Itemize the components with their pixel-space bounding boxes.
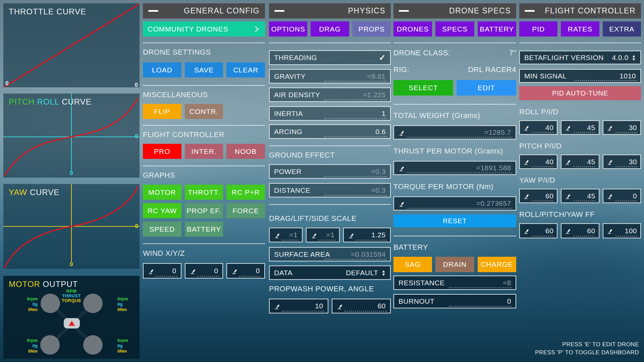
wind-x-input[interactable]: 0 — [143, 263, 181, 279]
fc-inter-button[interactable]: INTER. — [185, 144, 223, 159]
graph-prop-ef-button[interactable]: PROP EF. — [185, 203, 223, 218]
roll-ff-input[interactable]: 60 — [519, 223, 557, 238]
battery-label: BATTERY — [393, 243, 516, 252]
torque-per-motor-label: TORQUE PER MOTOR (Nm) — [393, 182, 516, 191]
tab-rates[interactable]: RATES — [561, 21, 599, 37]
check-icon — [379, 53, 386, 62]
betaflight-version-select[interactable]: BETAFLIGHT VERSION 4.0.0 — [519, 51, 641, 64]
ground-effect-distance-field[interactable]: DISTANCE =0.3 — [269, 183, 391, 197]
threading-toggle[interactable]: THREADING — [269, 50, 391, 65]
save-button[interactable]: SAVE — [185, 62, 223, 77]
charge-button[interactable]: CHARGE — [478, 257, 516, 272]
collapse-icon[interactable] — [525, 10, 535, 12]
pitch-ff-input[interactable]: 60 — [561, 223, 599, 238]
burnout-field[interactable]: BURNOUT 0 — [393, 294, 516, 308]
graphs-label: GRAPHS — [143, 171, 265, 180]
pitch-i-input[interactable]: 45 — [561, 155, 599, 169]
min-signal-field[interactable]: MIN SIGNAL 1010 — [519, 69, 641, 83]
yaw-curve-panel: YAW CURVE 0 0 — [3, 184, 140, 269]
graph-rc-yaw-button[interactable]: RC YAW — [143, 203, 181, 218]
stepper-icon[interactable] — [632, 54, 636, 61]
divider — [143, 43, 265, 43]
fc-pro-button[interactable]: PRO — [143, 144, 181, 159]
gravity-field[interactable]: GRAVITY =9.81 — [269, 69, 391, 83]
roll-i-input[interactable]: 45 — [561, 120, 599, 135]
pencil-icon — [523, 193, 530, 199]
ground-effect-power-field[interactable]: POWER =0.3 — [269, 164, 391, 179]
yaw-d-input[interactable]: 0 — [603, 189, 641, 203]
motor-rear-right — [83, 335, 103, 355]
pid-autotune-button[interactable]: PID AUTO-TUNE — [519, 86, 641, 100]
pencil-icon — [523, 228, 530, 234]
drain-button[interactable]: DRAIN — [435, 257, 474, 272]
tab-battery[interactable]: BATTERY — [478, 21, 516, 37]
propwash-angle-input[interactable]: 60 — [332, 299, 391, 313]
roll-pid-label: ROLL P/I/D — [519, 108, 641, 116]
fc-noob-button[interactable]: NOOB — [226, 144, 265, 159]
motor-output-title: MOTOR OUTPUT — [9, 280, 78, 289]
roll-d-input[interactable]: 30 — [603, 120, 641, 135]
data-select[interactable]: DATA DEFAULT — [269, 265, 391, 280]
reset-button[interactable]: RESET — [393, 215, 516, 227]
divider — [393, 43, 516, 43]
graph-motor-button[interactable]: MOTOR — [143, 185, 181, 200]
collapse-icon[interactable] — [274, 10, 284, 12]
tab-drag[interactable]: DRAG — [311, 21, 349, 37]
graph-force-button[interactable]: FORCE — [226, 203, 265, 218]
divider — [143, 166, 265, 166]
pencil-icon — [523, 159, 530, 165]
motor-readout: 0rpm 0g 0Nm — [117, 296, 128, 312]
pencil-icon — [311, 232, 317, 238]
pitch-d-input[interactable]: 30 — [603, 155, 641, 169]
graph-speed-button[interactable]: SPEED — [143, 222, 181, 237]
inertia-field[interactable]: INERTIA 1 — [269, 106, 391, 121]
yaw-p-input[interactable]: 60 — [519, 189, 557, 203]
tab-options[interactable]: OPTIONS — [269, 21, 307, 37]
lift-scale-input[interactable]: =1 — [306, 228, 339, 242]
community-drones-button[interactable]: COMMUNITY DRONES — [143, 21, 265, 37]
thrust-per-motor-input[interactable]: =1891.588 — [393, 161, 516, 175]
resistance-field[interactable]: RESISTANCE =8 — [393, 276, 516, 290]
pitch-roll-zero-bottom: 0 — [70, 170, 73, 177]
throttle-curve-title: THROTTLE CURVE — [9, 7, 86, 16]
graph-battery-button[interactable]: BATTERY — [185, 222, 223, 237]
propwash-power-input[interactable]: 10 — [269, 299, 328, 313]
tab-extra[interactable]: EXTRA — [603, 21, 641, 37]
chevron-right-icon — [253, 25, 260, 33]
throttle-curve-panel: THROTTLE CURVE 0 0 — [3, 3, 140, 88]
select-button[interactable]: SELECT — [393, 80, 453, 96]
tab-pid[interactable]: PID — [519, 21, 557, 37]
graph-thrott-button[interactable]: THROTT. — [185, 185, 223, 200]
collapse-icon[interactable] — [148, 10, 158, 12]
wind-z-input[interactable]: 0 — [226, 263, 265, 279]
collapse-icon[interactable] — [399, 10, 409, 12]
tab-props[interactable]: PROPS — [353, 21, 391, 37]
edit-button[interactable]: EDIT — [457, 80, 516, 96]
pitch-roll-zero-axis: 0 — [135, 133, 138, 140]
stepper-icon[interactable] — [382, 269, 386, 276]
divider — [393, 236, 516, 236]
pitch-pid-label: PITCH P/I/D — [519, 142, 641, 150]
yaw-ff-input[interactable]: 100 — [603, 223, 641, 238]
pencil-icon — [398, 200, 405, 207]
clear-button[interactable]: CLEAR — [226, 62, 265, 77]
pitch-p-input[interactable]: 40 — [519, 155, 557, 169]
roll-p-input[interactable]: 40 — [519, 120, 557, 135]
load-button[interactable]: LOAD — [143, 62, 181, 77]
wind-y-input[interactable]: 0 — [185, 263, 223, 279]
legend-rpm: RPM — [3, 289, 140, 294]
arcing-field[interactable]: ARCING 0.6 — [269, 124, 391, 139]
drag-scale-input[interactable]: =1 — [269, 228, 303, 242]
contr-button[interactable]: CONTR. — [185, 104, 223, 119]
yaw-i-input[interactable]: 45 — [561, 189, 599, 203]
torque-per-motor-input[interactable]: =0.273657 — [393, 196, 516, 210]
sag-button[interactable]: SAG — [393, 257, 432, 272]
surface-area-field[interactable]: SURFACE AREA =0.031594 — [269, 247, 391, 261]
air-density-field[interactable]: AIR DENSITY =1.225 — [269, 87, 391, 102]
total-weight-input[interactable]: =1285.7 — [393, 125, 516, 139]
flip-button[interactable]: FLIP — [143, 104, 181, 119]
tab-drones[interactable]: DRONES — [393, 21, 432, 37]
side-scale-input[interactable]: 1.25 — [343, 228, 391, 242]
graph-rc-pr-button[interactable]: RC P+R — [226, 185, 265, 200]
tab-specs[interactable]: SPECS — [435, 21, 474, 37]
